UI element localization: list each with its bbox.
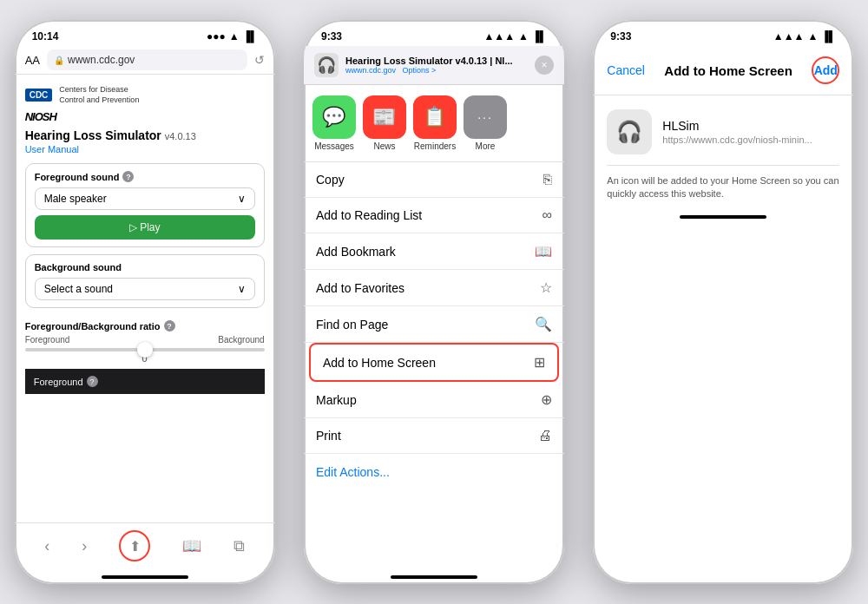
action-copy[interactable]: Copy ⎘ <box>304 162 564 198</box>
phone2-share: 9:33 ▲▲▲ ▲ ▐▌ 🎧 Hearing Loss Simulator v… <box>304 20 564 584</box>
share-app-messages[interactable]: 💬 Messages <box>312 95 356 151</box>
share-icon: ⬆ <box>129 538 141 555</box>
background-label: Background sound <box>35 262 255 272</box>
wifi-icon: ▲ <box>229 30 240 43</box>
app-preview: 🎧 HLSim https://wwwn.cdc.gov/niosh-minin… <box>607 109 839 166</box>
status-bar-2: 9:33 ▲▲▲ ▲ ▐▌ <box>304 20 564 46</box>
home-indicator-2 <box>391 575 477 579</box>
ratio-help-icon[interactable]: ? <box>164 320 175 332</box>
share-button[interactable]: ⬆ <box>119 530 150 561</box>
phone1-browser: 10:14 ●●● ▲ ▐▌ AA 🔒 wwwn.cdc.gov ↺ CDC C… <box>15 20 275 584</box>
back-button[interactable]: ‹ <box>44 537 49 555</box>
user-manual-link[interactable]: User Manual <box>25 144 265 154</box>
status-bar-1: 10:14 ●●● ▲ ▐▌ <box>15 20 275 46</box>
action-find[interactable]: Find on Page 🔍 <box>304 306 564 343</box>
browser-content: CDC Centers for DiseaseControl and Preve… <box>15 75 275 522</box>
action-favorites[interactable]: Add to Favorites ☆ <box>304 270 564 306</box>
cdc-logo: CDC <box>25 89 53 102</box>
foreground-help-icon[interactable]: ? <box>122 171 134 182</box>
wifi-icon-2: ▲ <box>518 30 529 43</box>
background-group: Background sound Select a sound ∨ <box>25 254 265 308</box>
action-markup[interactable]: Markup ⊕ <box>304 382 564 418</box>
sheet-actions-list: Copy ⎘ Add to Reading List ∞ Add Bookmar… <box>304 162 564 575</box>
favorites-icon: ☆ <box>540 279 552 296</box>
sheet-header: 🎧 Hearing Loss Simulator v4.0.13 | Nl...… <box>304 46 564 85</box>
status-icons-1: ●●● ▲ ▐▌ <box>207 30 258 43</box>
ratio-slider[interactable] <box>25 348 265 351</box>
cancel-button[interactable]: Cancel <box>607 63 645 77</box>
action-bookmark[interactable]: Add Bookmark 📖 <box>304 233 564 270</box>
share-app-reminders[interactable]: 📋 Reminders <box>413 95 457 151</box>
tabs-button[interactable]: ⧉ <box>233 537 245 555</box>
url-text: wwwn.cdc.gov <box>68 54 135 66</box>
home-indicator <box>102 575 188 579</box>
reload-button[interactable]: ↺ <box>254 53 265 67</box>
play-button[interactable]: ▷ Play <box>35 215 255 240</box>
bookmark-icon: 📖 <box>535 243 552 259</box>
reminders-icon: 📋 <box>413 95 457 139</box>
lock-icon: 🔒 <box>54 56 64 65</box>
edit-actions[interactable]: Edit Actions... <box>304 454 564 490</box>
reading-list-icon: ∞ <box>542 207 552 223</box>
aa-button[interactable]: AA <box>25 54 40 67</box>
chevron-down-icon-2: ∨ <box>238 283 246 295</box>
add-home-icon: ⊞ <box>534 354 545 371</box>
niosh-logo: NIOSH <box>25 110 265 123</box>
foreground-dropdown[interactable]: Male speaker ∨ <box>35 187 255 210</box>
status-time-3: 9:33 <box>610 30 631 43</box>
messages-icon: 💬 <box>312 95 356 139</box>
action-add-home-screen[interactable]: Add to Home Screen ⊞ <box>309 343 559 382</box>
url-bar[interactable]: 🔒 wwwn.cdc.gov <box>47 49 247 70</box>
options-link[interactable]: Options > <box>403 66 437 75</box>
more-icon: ··· <box>464 95 507 139</box>
ratio-section: Foreground/Background ratio ? Foreground… <box>25 315 265 369</box>
add-home-header: Cancel Add to Home Screen Add <box>593 46 853 95</box>
app-icon-preview: 🎧 <box>607 109 652 154</box>
signal-icon: ●●● <box>207 30 226 43</box>
action-reading-list[interactable]: Add to Reading List ∞ <box>304 198 564 233</box>
sheet-site-info: Hearing Loss Simulator v4.0.13 | Nl... w… <box>345 56 528 75</box>
bookmarks-button[interactable]: 📖 <box>182 536 201 555</box>
wifi-icon-3: ▲ <box>807 30 818 43</box>
browser-bar: AA 🔒 wwwn.cdc.gov ↺ <box>15 46 275 75</box>
markup-icon: ⊕ <box>541 391 552 408</box>
home-indicator-3 <box>680 215 766 219</box>
ratio-label: Foreground/Background ratio ? <box>25 320 265 332</box>
foreground-group: Foreground sound ? Male speaker ∨ ▷ Play <box>25 163 265 247</box>
battery-icon-3: ▐▌ <box>821 30 836 43</box>
sheet-site-name: Hearing Loss Simulator v4.0.13 | Nl... <box>345 56 528 66</box>
add-home-description: An icon will be added to your Home Scree… <box>607 174 839 201</box>
cdc-org-text: Centers for DiseaseControl and Preventio… <box>59 85 139 105</box>
battery-icon-2: ▐▌ <box>532 30 547 43</box>
add-home-content: 🎧 HLSim https://wwwn.cdc.gov/niosh-minin… <box>593 95 853 215</box>
status-bar-3: 9:33 ▲▲▲ ▲ ▐▌ <box>593 20 853 46</box>
favicon-icon: 🎧 <box>317 56 336 75</box>
sheet-close-button[interactable]: × <box>535 56 554 75</box>
share-app-news[interactable]: 📰 News <box>363 95 406 151</box>
more-label: More <box>476 141 496 151</box>
status-time-2: 9:33 <box>321 30 342 43</box>
background-dropdown[interactable]: Select a sound ∨ <box>35 278 255 300</box>
phone3-add-home: 9:33 ▲▲▲ ▲ ▐▌ Cancel Add to Home Screen … <box>593 20 853 584</box>
page-title: Hearing Loss Simulator v4.0.13 <box>25 128 265 142</box>
sheet-favicon: 🎧 <box>314 53 339 77</box>
status-time-1: 10:14 <box>32 30 59 43</box>
share-app-more[interactable]: ··· More <box>464 95 507 151</box>
messages-label: Messages <box>314 141 354 151</box>
chevron-down-icon: ∨ <box>238 193 246 205</box>
app-url: https://wwwn.cdc.gov/niosh-minin... <box>662 135 812 145</box>
status-icons-2: ▲▲▲ ▲ ▐▌ <box>483 30 547 43</box>
foreground-label: Foreground sound ? <box>35 171 255 182</box>
add-button[interactable]: Add <box>812 56 839 84</box>
niosh-text: NIOSH <box>25 110 56 123</box>
version-text: v4.0.13 <box>165 131 196 141</box>
news-label: News <box>373 141 395 151</box>
cdc-header: CDC Centers for DiseaseControl and Preve… <box>25 85 265 105</box>
forward-button[interactable]: › <box>82 537 87 555</box>
slider-thumb[interactable] <box>137 342 153 358</box>
app-name: HLSim <box>662 119 812 133</box>
foreground-bar-help-icon[interactable]: ? <box>87 376 98 387</box>
action-print[interactable]: Print 🖨 <box>304 418 564 454</box>
app-info: HLSim https://wwwn.cdc.gov/niosh-minin..… <box>662 119 812 145</box>
find-icon: 🔍 <box>535 316 552 332</box>
